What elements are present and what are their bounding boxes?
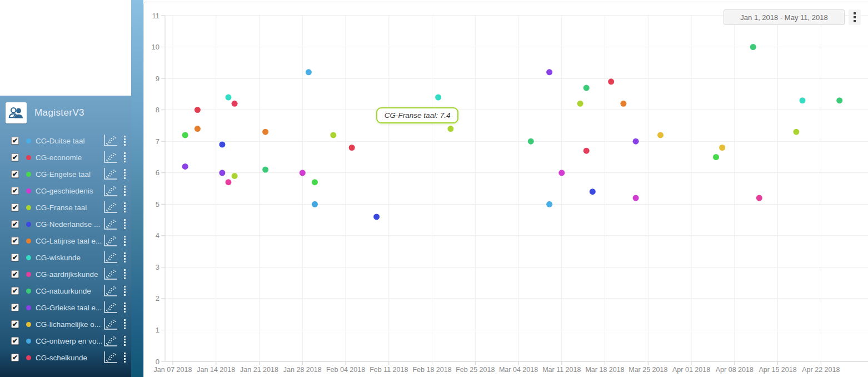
data-point[interactable] xyxy=(608,78,614,85)
series-menu-icon[interactable] xyxy=(122,235,128,247)
legend-item-cg-griekse-taal-e[interactable]: ✔ CG-Griekse taal e... xyxy=(0,299,131,316)
data-point[interactable] xyxy=(620,101,626,107)
legend-item-cg-geschiedenis[interactable]: ✔ CG-geschiedenis xyxy=(0,182,131,199)
legend-item-cg-economie[interactable]: ✔ CG-economie xyxy=(0,149,131,166)
series-menu-icon[interactable] xyxy=(122,185,128,197)
data-point[interactable] xyxy=(435,95,441,101)
data-point[interactable] xyxy=(719,145,725,151)
data-point[interactable] xyxy=(633,138,639,145)
data-point[interactable] xyxy=(219,170,225,176)
scatter-chart-icon[interactable] xyxy=(103,201,117,214)
series-checkbox[interactable]: ✔ xyxy=(11,304,19,311)
data-point[interactable] xyxy=(633,195,639,201)
data-point[interactable] xyxy=(330,132,336,138)
legend-item-cg-scheikunde[interactable]: ✔ CG-scheikunde xyxy=(0,349,131,366)
data-point[interactable] xyxy=(349,145,355,151)
data-point[interactable] xyxy=(590,188,596,195)
series-menu-icon[interactable] xyxy=(122,335,128,347)
scatter-chart-icon[interactable] xyxy=(103,351,117,364)
data-point[interactable] xyxy=(226,179,232,185)
series-checkbox[interactable]: ✔ xyxy=(11,354,19,361)
data-point[interactable] xyxy=(219,141,225,147)
series-menu-icon[interactable] xyxy=(122,151,128,163)
legend-item-cg-lichamelijke-o[interactable]: ✔ CG-lichamelijke o... xyxy=(0,316,131,333)
data-point[interactable] xyxy=(546,69,552,75)
series-checkbox[interactable]: ✔ xyxy=(11,320,19,328)
series-menu-icon[interactable] xyxy=(122,218,128,230)
legend-item-cg-franse-taal[interactable]: ✔ CG-Franse taal xyxy=(0,199,131,216)
data-point[interactable] xyxy=(182,132,188,138)
chart-menu-button[interactable] xyxy=(849,9,861,25)
data-point[interactable] xyxy=(262,167,268,173)
data-point[interactable] xyxy=(194,126,201,132)
series-menu-icon[interactable] xyxy=(122,201,128,214)
data-point[interactable] xyxy=(750,44,756,50)
series-menu-icon[interactable] xyxy=(122,168,128,180)
scatter-chart-icon[interactable] xyxy=(103,267,117,281)
series-menu-icon[interactable] xyxy=(122,301,128,314)
scatter-chart-icon[interactable] xyxy=(103,301,117,314)
series-menu-icon[interactable] xyxy=(122,318,128,330)
scatter-chart-icon[interactable] xyxy=(103,217,117,231)
legend-item-cg-aardrijkskunde[interactable]: ✔ CG-aardrijkskunde xyxy=(0,266,131,282)
scatter-chart-icon[interactable] xyxy=(103,334,117,348)
series-menu-icon[interactable] xyxy=(122,268,128,280)
data-point[interactable] xyxy=(756,195,762,201)
scatter-chart-icon[interactable] xyxy=(103,251,117,264)
data-point[interactable] xyxy=(546,201,552,207)
scatter-chart-icon[interactable] xyxy=(103,151,117,164)
series-checkbox[interactable]: ✔ xyxy=(11,204,19,211)
data-point[interactable] xyxy=(558,170,565,176)
data-point[interactable] xyxy=(312,179,318,185)
scatter-chart-icon[interactable] xyxy=(103,184,117,197)
series-checkbox[interactable]: ✔ xyxy=(11,237,19,245)
series-checkbox[interactable]: ✔ xyxy=(11,287,19,295)
series-checkbox[interactable]: ✔ xyxy=(11,153,19,161)
data-point[interactable] xyxy=(800,97,806,103)
data-point[interactable] xyxy=(583,148,590,154)
series-menu-icon[interactable] xyxy=(122,285,128,297)
scatter-chart-icon[interactable] xyxy=(103,318,117,331)
legend-item-cg-nederlandse[interactable]: ✔ CG-Nederlandse ... xyxy=(0,216,131,232)
data-point[interactable] xyxy=(194,107,201,113)
data-point[interactable] xyxy=(262,129,268,135)
data-point[interactable] xyxy=(226,95,232,101)
series-menu-icon[interactable] xyxy=(122,351,128,364)
data-point[interactable] xyxy=(300,170,306,176)
data-point[interactable] xyxy=(232,173,238,179)
data-point[interactable] xyxy=(577,101,583,107)
legend-item-cg-natuurkunde[interactable]: ✔ CG-natuurkunde xyxy=(0,282,131,299)
series-menu-icon[interactable] xyxy=(122,135,128,147)
data-point[interactable] xyxy=(232,101,238,107)
data-point[interactable] xyxy=(836,97,842,103)
series-checkbox[interactable]: ✔ xyxy=(11,187,19,195)
data-point[interactable] xyxy=(306,69,312,75)
date-range-button[interactable]: Jan 1, 2018 - May 11, 2018 xyxy=(724,9,845,25)
data-point[interactable] xyxy=(793,129,799,135)
data-point[interactable] xyxy=(657,132,664,138)
legend-item-cg-latijnse-taal-e[interactable]: ✔ CG-Latijnse taal e... xyxy=(0,232,131,249)
series-checkbox[interactable]: ✔ xyxy=(11,137,19,145)
legend-sidebar: MagisterV3 ✔ CG-Duitse taal ✔ CG-economi… xyxy=(0,96,131,377)
scatter-chart-icon[interactable] xyxy=(103,234,117,247)
data-point[interactable] xyxy=(373,214,380,220)
series-checkbox[interactable]: ✔ xyxy=(11,220,19,228)
data-point[interactable] xyxy=(182,163,188,170)
series-menu-icon[interactable] xyxy=(122,251,128,264)
legend-item-cg-ontwerp-en-vo[interactable]: ✔ CG-ontwerp en vo... xyxy=(0,333,131,349)
series-checkbox[interactable]: ✔ xyxy=(11,170,19,178)
legend-item-cg-engelse-taal[interactable]: ✔ CG-Engelse taal xyxy=(0,166,131,182)
data-point[interactable] xyxy=(447,126,453,132)
series-checkbox[interactable]: ✔ xyxy=(11,337,19,345)
data-point[interactable] xyxy=(583,85,590,91)
series-checkbox[interactable]: ✔ xyxy=(11,254,19,261)
data-point[interactable] xyxy=(312,201,318,207)
data-point[interactable] xyxy=(528,138,534,145)
legend-item-cg-duitse-taal[interactable]: ✔ CG-Duitse taal xyxy=(0,132,131,149)
data-point[interactable] xyxy=(713,154,719,160)
legend-item-cg-wiskunde[interactable]: ✔ CG-wiskunde xyxy=(0,249,131,266)
scatter-chart-icon[interactable] xyxy=(103,167,117,181)
series-checkbox[interactable]: ✔ xyxy=(11,270,19,278)
scatter-chart-icon[interactable] xyxy=(103,134,117,147)
scatter-chart-icon[interactable] xyxy=(103,284,117,297)
